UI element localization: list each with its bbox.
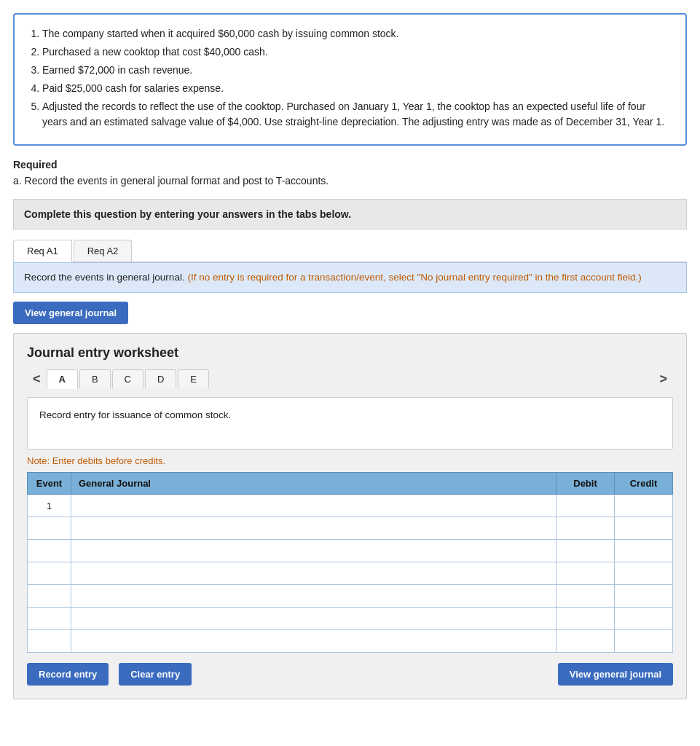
col-header-event: Event bbox=[28, 473, 71, 495]
debit-input[interactable] bbox=[557, 608, 614, 629]
required-text: a. Record the events in general journal … bbox=[13, 173, 687, 189]
credit-input[interactable] bbox=[615, 495, 672, 517]
clear-entry-button[interactable]: Clear entry bbox=[119, 663, 192, 686]
required-section: Required a. Record the events in general… bbox=[13, 159, 687, 189]
instruction-main-text: Record the events in general journal. bbox=[24, 272, 185, 283]
credit-cell[interactable] bbox=[615, 562, 673, 585]
gj-cell[interactable] bbox=[71, 585, 557, 608]
letter-tab-c[interactable]: C bbox=[112, 369, 143, 388]
gj-input[interactable] bbox=[71, 630, 556, 652]
debit-cell[interactable] bbox=[557, 585, 615, 608]
debit-cell[interactable] bbox=[557, 630, 615, 653]
gj-input[interactable] bbox=[71, 517, 556, 539]
nav-left-arrow[interactable]: < bbox=[27, 369, 47, 388]
gj-cell[interactable] bbox=[71, 630, 557, 653]
letter-tab-e[interactable]: E bbox=[178, 369, 209, 388]
credit-input[interactable] bbox=[615, 585, 672, 607]
gj-cell[interactable] bbox=[71, 495, 557, 517]
debit-cell[interactable] bbox=[557, 540, 615, 562]
bottom-buttons: Record entry Clear entry View general jo… bbox=[27, 663, 673, 686]
tab-req-a2[interactable]: Req A2 bbox=[74, 240, 133, 262]
letter-tabs: A B C D E bbox=[47, 369, 654, 388]
debit-input[interactable] bbox=[557, 495, 614, 517]
table-row bbox=[28, 517, 673, 540]
view-transaction-list-button[interactable]: View general journal bbox=[13, 302, 128, 324]
instructions-box: The company started when it acquired $60… bbox=[13, 13, 687, 146]
debit-input[interactable] bbox=[557, 562, 614, 584]
instruction-item-4: Paid $25,000 cash for salaries expense. bbox=[42, 81, 671, 96]
entry-description-box: Record entry for issuance of common stoc… bbox=[27, 397, 673, 449]
letter-tab-b[interactable]: B bbox=[79, 369, 111, 388]
tab-req-a1[interactable]: Req A1 bbox=[13, 240, 72, 262]
bottom-left-buttons: Record entry Clear entry bbox=[27, 663, 192, 686]
credit-cell[interactable] bbox=[615, 495, 673, 517]
instruction-orange-text: (If no entry is required for a transacti… bbox=[187, 272, 641, 283]
table-row bbox=[28, 585, 673, 608]
instruction-item-2: Purchased a new cooktop that cost $40,00… bbox=[42, 44, 671, 60]
debit-cell[interactable] bbox=[557, 495, 615, 517]
credit-input[interactable] bbox=[615, 562, 672, 584]
gj-input[interactable] bbox=[71, 608, 556, 629]
credit-input[interactable] bbox=[615, 517, 672, 539]
nav-tabs-row: < A B C D E > bbox=[27, 369, 673, 388]
instruction-item-1: The company started when it acquired $60… bbox=[42, 26, 671, 42]
instruction-box: Record the events in general journal. (I… bbox=[13, 262, 687, 293]
credit-cell[interactable] bbox=[615, 540, 673, 562]
debit-cell[interactable] bbox=[557, 608, 615, 630]
letter-tab-d[interactable]: D bbox=[145, 369, 176, 388]
req-tabs: Req A1 Req A2 bbox=[13, 240, 687, 262]
debit-cell[interactable] bbox=[557, 562, 615, 585]
gj-cell[interactable] bbox=[71, 540, 557, 562]
view-transaction-btn-container: View general journal bbox=[13, 302, 128, 324]
debit-cell[interactable] bbox=[557, 517, 615, 540]
journal-table: Event General Journal Debit Credit 1 bbox=[27, 472, 673, 653]
required-label: Required bbox=[13, 159, 687, 170]
instruction-item-3: Earned $72,000 in cash revenue. bbox=[42, 63, 671, 78]
record-entry-button[interactable]: Record entry bbox=[27, 663, 109, 686]
gj-cell[interactable] bbox=[71, 608, 557, 630]
debit-input[interactable] bbox=[557, 540, 614, 562]
table-row bbox=[28, 630, 673, 653]
credit-cell[interactable] bbox=[615, 517, 673, 540]
gj-cell[interactable] bbox=[71, 562, 557, 585]
credit-input[interactable] bbox=[615, 630, 672, 652]
credit-input[interactable] bbox=[615, 540, 672, 562]
complete-banner: Complete this question by entering your … bbox=[13, 199, 687, 229]
gj-input[interactable] bbox=[71, 540, 556, 562]
gj-cell[interactable] bbox=[71, 517, 557, 540]
table-row: 1 bbox=[28, 495, 673, 517]
event-cell bbox=[28, 608, 71, 630]
col-header-debit: Debit bbox=[557, 473, 615, 495]
nav-right-arrow[interactable]: > bbox=[653, 369, 673, 388]
gj-input[interactable] bbox=[71, 495, 556, 517]
debit-input[interactable] bbox=[557, 517, 614, 539]
table-row bbox=[28, 562, 673, 585]
event-cell bbox=[28, 562, 71, 585]
credit-cell[interactable] bbox=[615, 585, 673, 608]
table-row bbox=[28, 608, 673, 630]
col-header-gj: General Journal bbox=[71, 473, 557, 495]
event-cell bbox=[28, 630, 71, 653]
letter-tab-a[interactable]: A bbox=[47, 369, 78, 389]
col-header-credit: Credit bbox=[615, 473, 673, 495]
credit-input[interactable] bbox=[615, 608, 672, 629]
event-cell: 1 bbox=[28, 495, 71, 517]
instruction-item-5: Adjusted the records to reflect the use … bbox=[42, 99, 671, 130]
credit-cell[interactable] bbox=[615, 608, 673, 630]
gj-input[interactable] bbox=[71, 562, 556, 584]
view-general-journal-button[interactable]: View general journal bbox=[558, 663, 673, 686]
debit-input[interactable] bbox=[557, 630, 614, 652]
event-cell bbox=[28, 517, 71, 540]
gj-input[interactable] bbox=[71, 585, 556, 607]
credit-cell[interactable] bbox=[615, 630, 673, 653]
table-row bbox=[28, 540, 673, 562]
event-cell bbox=[28, 540, 71, 562]
event-cell bbox=[28, 585, 71, 608]
worksheet-title: Journal entry worksheet bbox=[27, 345, 673, 361]
debit-input[interactable] bbox=[557, 585, 614, 607]
note-text: Note: Enter debits before credits. bbox=[27, 455, 673, 466]
worksheet-container: Journal entry worksheet < A B C D E > Re… bbox=[13, 333, 687, 699]
